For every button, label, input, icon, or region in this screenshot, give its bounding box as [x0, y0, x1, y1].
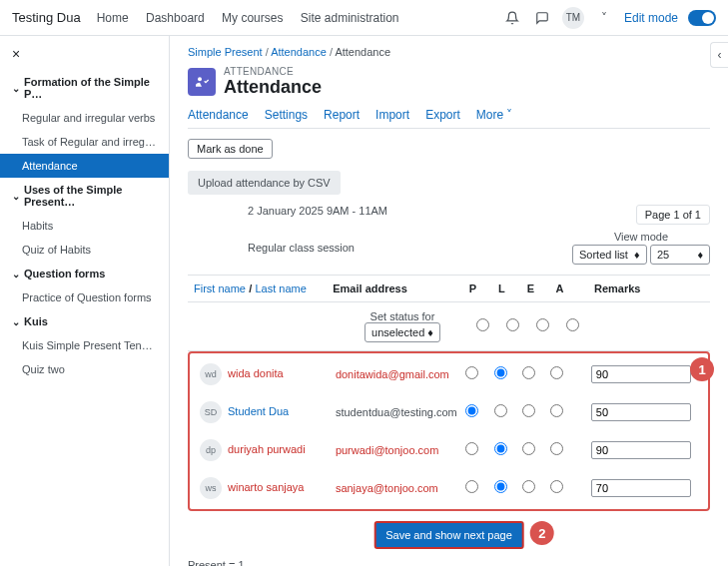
status-radio[interactable] [550, 480, 563, 493]
table-header: First name / Last name Email address P L… [188, 275, 710, 302]
col-l: L [487, 283, 516, 294]
email-link[interactable]: purwadi@tonjoo.com [336, 444, 439, 456]
editmode-toggle[interactable] [688, 10, 716, 26]
setall-p[interactable] [476, 318, 489, 331]
setall-a[interactable] [566, 318, 579, 331]
crumb-course[interactable]: Simple Present [188, 46, 263, 58]
callout-1: 1 [690, 357, 714, 381]
sidebar: × Formation of the Simple P… Regular and… [0, 36, 170, 566]
tab-more[interactable]: More ˅ [476, 108, 513, 122]
nav-home[interactable]: Home [97, 11, 129, 25]
chevron-down-icon[interactable]: ˅ [594, 8, 614, 28]
remarks-input[interactable] [591, 403, 691, 421]
callout-2: 2 [530, 521, 554, 545]
status-radio[interactable] [465, 366, 478, 379]
col-a: A [545, 283, 574, 294]
sidebar-item-attendance[interactable]: Attendance [0, 154, 169, 178]
sidebar-item-kuis1[interactable]: Kuis Simple Present Tense Ta… [0, 333, 169, 357]
avatar: ws [200, 477, 222, 499]
tab-attendance[interactable]: Attendance [188, 108, 249, 122]
status-radio[interactable] [550, 442, 563, 455]
tab-report[interactable]: Report [324, 108, 360, 122]
user-link[interactable]: duriyah purwadi [228, 443, 306, 455]
set-status-select[interactable]: unselected ♦ [364, 322, 440, 342]
section-question[interactable]: Question forms [0, 262, 169, 285]
breadcrumb: Simple Present / Attendance / Attendance [188, 46, 710, 58]
subtabs: Attendance Settings Report Import Export… [188, 108, 710, 129]
message-icon[interactable] [532, 8, 552, 28]
user-link[interactable]: wida donita [228, 367, 284, 379]
avatar: dp [200, 439, 222, 461]
status-radio[interactable] [465, 480, 478, 493]
page-indicator: Page 1 of 1 [636, 205, 710, 225]
top-nav: Home Dashboard My courses Site administr… [97, 11, 413, 25]
section-kuis[interactable]: Kuis [0, 309, 169, 333]
nav-mycourses[interactable]: My courses [222, 11, 283, 25]
sidebar-item-quizhabits[interactable]: Quiz of Habits [0, 238, 169, 262]
email-link[interactable]: sanjaya@tonjoo.com [336, 482, 438, 494]
section-uses[interactable]: Uses of the Simple Present… [0, 178, 169, 214]
status-radio[interactable] [494, 366, 507, 379]
user-link[interactable]: winarto sanjaya [228, 481, 304, 493]
sidebar-item-task[interactable]: Task of Regular and irregular… [0, 130, 169, 154]
status-radio[interactable] [550, 404, 563, 417]
session-datetime: 2 January 2025 9AM - 11AM [248, 205, 387, 217]
sidebar-item-habits[interactable]: Habits [0, 214, 169, 238]
upload-csv-button[interactable]: Upload attendance by CSV [188, 171, 341, 195]
status-radio[interactable] [522, 480, 535, 493]
tab-export[interactable]: Export [425, 108, 460, 122]
avatar: SD [200, 401, 222, 423]
save-button[interactable]: Save and show next page [373, 521, 524, 549]
crumb-module[interactable]: Attendance [271, 46, 327, 58]
attendance-icon [188, 68, 216, 96]
col-lastname[interactable]: Last name [255, 283, 306, 294]
sort-select[interactable]: Sorted list ♦ [572, 245, 647, 265]
email-link[interactable]: studentdua@testing.com [336, 406, 457, 418]
bell-icon[interactable] [502, 8, 522, 28]
section-formation[interactable]: Formation of the Simple P… [0, 70, 169, 106]
tab-import[interactable]: Import [375, 108, 409, 122]
remarks-input[interactable] [591, 479, 691, 497]
col-firstname[interactable]: First name [194, 283, 246, 294]
status-radio[interactable] [494, 404, 507, 417]
col-e: E [516, 283, 545, 294]
col-email: Email address [333, 283, 458, 294]
setall-l[interactable] [506, 318, 519, 331]
status-radio[interactable] [494, 442, 507, 455]
brand[interactable]: Testing Dua [12, 10, 81, 25]
avatar[interactable]: TM [562, 7, 584, 29]
col-p: P [458, 283, 487, 294]
sidebar-item-practice[interactable]: Practice of Question forms [0, 285, 169, 309]
topbar: Testing Dua Home Dashboard My courses Si… [0, 0, 728, 36]
sidebar-item-kuis2[interactable]: Quiz two [0, 357, 169, 381]
status-radio[interactable] [550, 366, 563, 379]
svg-point-0 [198, 77, 202, 81]
highlight-box: wdwida donitadonitawida@gmail.comSDStude… [188, 351, 710, 511]
status-radio[interactable] [465, 442, 478, 455]
sidebar-item-verbs[interactable]: Regular and irregular verbs [0, 106, 169, 130]
status-radio[interactable] [494, 480, 507, 493]
status-radio[interactable] [522, 404, 535, 417]
close-icon[interactable]: × [0, 46, 169, 70]
col-remarks: Remarks [594, 283, 710, 294]
page-title: Attendance [224, 77, 322, 98]
module-kicker: ATTENDANCE [224, 66, 322, 77]
setall-e[interactable] [536, 318, 549, 331]
content: Simple Present / Attendance / Attendance… [170, 36, 728, 566]
session-desc: Regular class session [188, 242, 355, 254]
remarks-input[interactable] [591, 365, 691, 383]
mark-done-button[interactable]: Mark as done [188, 139, 273, 159]
perpage-select[interactable]: 25♦ [650, 245, 710, 265]
remarks-input[interactable] [591, 441, 691, 459]
nav-dashboard[interactable]: Dashboard [146, 11, 205, 25]
user-link[interactable]: Student Dua [228, 405, 289, 417]
crumb-current: Attendance [335, 46, 390, 58]
table-row: wdwida donitadonitawida@gmail.com [194, 355, 704, 393]
email-link[interactable]: donitawida@gmail.com [336, 368, 449, 380]
tab-settings[interactable]: Settings [265, 108, 308, 122]
status-radio[interactable] [465, 404, 478, 417]
nav-siteadmin[interactable]: Site administration [301, 11, 399, 25]
set-status-row: Set status for unselected ♦ [188, 302, 710, 351]
status-radio[interactable] [522, 366, 535, 379]
status-radio[interactable] [522, 442, 535, 455]
